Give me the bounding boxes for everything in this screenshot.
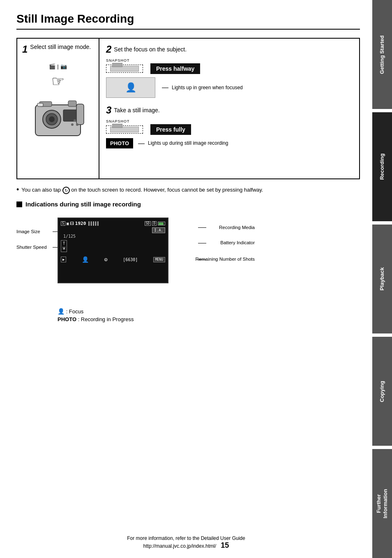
screen-s-icon: S <box>61 221 65 226</box>
screen-top-left: S ▣ 🎞 1920 ▐▐▐▐▐ <box>61 221 98 226</box>
sidebar-tab-getting-started[interactable]: Getting Started <box>372 0 392 109</box>
focus-indicator-box: 👤 <box>106 77 155 98</box>
step2-snapshot-area: SNAPSHOT Press halfway <box>106 58 353 98</box>
label-remaining-shots: Remaining Number of Shots <box>196 257 255 262</box>
sidebar-tab-further-info[interactable]: FurtherInformation <box>372 449 392 558</box>
sidebar-gap-2 <box>372 221 392 225</box>
screen-mockup: S ▣ 🎞 1920 ▐▐▐▐▐ SD D <box>58 218 168 283</box>
camera-illustration: 🎬 | 📷 ☞ <box>22 63 94 142</box>
footer-line2: http://manual.jvc.co.jp/index.html/ <box>143 543 216 549</box>
focus-legend-text: : Focus <box>66 308 84 315</box>
screen-play-icon: ▶ <box>61 257 66 262</box>
photo-row: PHOTO — Lights up during still image rec… <box>106 138 353 148</box>
screen-sd-icon: 🎞 <box>70 222 74 226</box>
photo-legend-label: PHOTO <box>58 316 76 322</box>
line-battery <box>198 243 206 243</box>
svg-point-10 <box>74 119 76 122</box>
screen-top-right: SD D <box>145 221 165 226</box>
step3-button-row: Press fully <box>106 124 191 135</box>
main-content: Still Image Recording 1 Select still ima… <box>0 0 372 347</box>
svg-rect-11 <box>37 103 43 107</box>
step2-button-row: Press halfway <box>106 63 200 74</box>
legend-focus: 👤 : Focus <box>58 308 360 315</box>
indications-diagram: Image Size Shutter Speed Recording Media… <box>16 213 255 304</box>
hand-pointer-icon: ☞ <box>51 73 65 90</box>
svg-point-3 <box>49 116 55 122</box>
screen-d-icon: D <box>152 221 157 226</box>
bullet-note-text: You can also tap ↻ on the touch screen t… <box>21 187 263 194</box>
screen-tw-box: TW <box>61 240 67 252</box>
screen-resolution: 1920 <box>75 221 86 226</box>
screen-battery <box>158 222 165 225</box>
screen-ia-badge: I.A. <box>152 227 165 233</box>
screen-touch-rec-icon: ⊙ <box>104 256 107 263</box>
indications-section-heading: Indications during still image recording <box>16 201 360 208</box>
page-number: 15 <box>221 541 229 550</box>
focus-arrow-icon: — <box>162 84 168 91</box>
screen-menu-btn: MENU <box>153 257 165 262</box>
photo-mode-icon: 📷 <box>60 63 67 69</box>
sidebar: Getting Started Recording Playback Copyi… <box>372 0 392 558</box>
screen-shots-count: [6630] <box>123 257 138 262</box>
indications-area: Image Size Shutter Speed Recording Media… <box>16 213 360 322</box>
indications-heading-text: Indications during still image recording <box>25 201 141 208</box>
bullet-note: • You can also tap ↻ on the touch screen… <box>16 187 360 194</box>
sidebar-tab-label: FurtherInformation <box>376 489 388 519</box>
screen-focus-icon: 👤 <box>82 256 89 263</box>
label-battery-indicator: Battery Indicator <box>220 240 255 245</box>
step3-number: 3 <box>106 104 111 116</box>
legend-area: 👤 : Focus PHOTO : Recording in Progress <box>58 308 360 322</box>
label-recording-media: Recording Media <box>219 225 255 230</box>
bullet-dot-icon: • <box>16 186 19 193</box>
screen-camera-icon: ▣ <box>67 221 69 226</box>
heading-bar-icon <box>16 201 22 207</box>
press-halfway-btn: Press halfway <box>150 63 200 74</box>
sidebar-tab-label: Recording <box>379 153 385 180</box>
screen-ia-row: I.A. <box>61 227 165 233</box>
screen-bottom-row: ▶ 👤 ⊙ [6630] MENU <box>61 256 165 263</box>
press-fully-btn: Press fully <box>150 124 191 135</box>
camera-svg <box>27 93 89 142</box>
step3-btn-top <box>112 124 122 128</box>
step3-snapshot-row: SNAPSHOT Press fully <box>106 119 353 135</box>
screen-sdxc-icon: SD <box>145 221 151 226</box>
step3-snapshot-col: SNAPSHOT Press fully <box>106 119 191 135</box>
step2-snapshot-row: SNAPSHOT Press halfway <box>106 58 353 74</box>
step2-number: 2 <box>106 44 111 55</box>
sidebar-gap-1 <box>372 109 392 112</box>
screen-tw-area: TW <box>61 240 165 252</box>
photo-indicator-box: PHOTO <box>106 138 133 148</box>
step2-dashed-box <box>106 65 143 73</box>
sidebar-tab-label: Playback <box>379 267 385 290</box>
svg-rect-7 <box>76 104 84 125</box>
step2-header: 2 Set the focus on the subject. <box>106 44 353 55</box>
step2-snapshot-btn-graphic <box>110 66 139 72</box>
step1-panel: 1 Select still image mode. 🎬 | 📷 ☞ <box>17 39 99 178</box>
step1-text: Select still image mode. <box>30 44 91 50</box>
step2-btn-top <box>112 63 122 67</box>
sidebar-tab-copying[interactable]: Copying <box>372 337 392 446</box>
sidebar-tab-label: Copying <box>379 381 385 402</box>
step2-snapshot-col: SNAPSHOT Press halfway <box>106 58 200 74</box>
step3-header: 3 Take a still image. <box>106 104 353 116</box>
screen-shutter: 1/125 <box>63 234 165 238</box>
battery-fill <box>159 222 164 225</box>
footer-line1: For more information, refer to the Detai… <box>127 535 245 541</box>
instruction-box: 1 Select still image mode. 🎬 | 📷 ☞ <box>16 38 360 179</box>
step3-snapshot-area: SNAPSHOT Press fully PHOTO <box>106 119 353 148</box>
step2-text: Set the focus on the subject. <box>114 46 187 53</box>
sidebar-tab-recording[interactable]: Recording <box>372 112 392 221</box>
photo-legend-text: : Recording in Progress <box>78 316 134 322</box>
focus-description: Lights up in green when focused <box>172 84 243 91</box>
step1-header: 1 Select still image mode. <box>22 44 91 55</box>
photo-description: Lights up during still image recording <box>148 140 228 147</box>
step2-snapshot-label: SNAPSHOT <box>106 58 130 63</box>
sidebar-gap-4 <box>372 446 392 449</box>
page-footer: For more information, refer to the Detai… <box>0 535 372 550</box>
screen-bars: ▐▐▐▐▐ <box>87 222 98 226</box>
focus-legend-icon: 👤 <box>58 308 65 315</box>
line-remaining <box>198 259 206 260</box>
focus-person-icon: 👤 <box>125 82 136 93</box>
sidebar-tab-playback[interactable]: Playback <box>372 225 392 333</box>
label-shutter-speed: Shutter Speed <box>16 245 47 250</box>
